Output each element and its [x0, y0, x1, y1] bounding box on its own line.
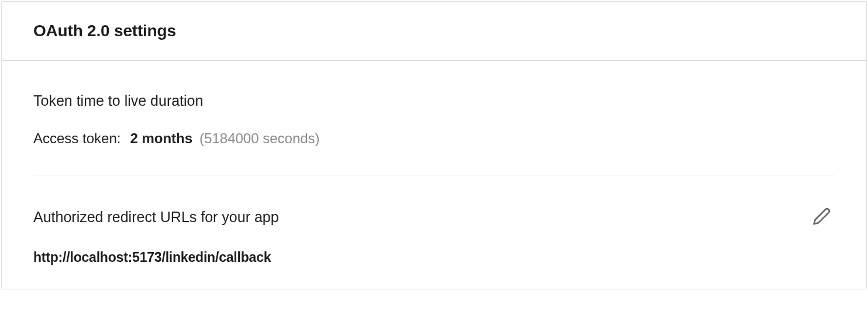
access-token-row: Access token: 2 months (5184000 seconds)	[33, 130, 835, 147]
access-token-value: 2 months	[130, 130, 192, 147]
token-ttl-section: Token time to live duration Access token…	[33, 92, 835, 147]
redirect-urls-heading: Authorized redirect URLs for your app	[33, 209, 279, 226]
redirect-urls-section: Authorized redirect URLs for your app ht…	[33, 203, 835, 265]
access-token-label: Access token:	[33, 130, 120, 147]
section-divider	[33, 175, 835, 175]
access-token-seconds: (5184000 seconds)	[199, 130, 319, 147]
token-ttl-heading: Token time to live duration	[33, 92, 835, 109]
edit-redirect-urls-button[interactable]	[809, 203, 835, 231]
oauth-settings-card: OAuth 2.0 settings Token time to live du…	[1, 1, 867, 289]
card-body: Token time to live duration Access token…	[2, 61, 866, 289]
redirect-url-item: http://localhost:5173/linkedin/callback	[33, 250, 835, 265]
card-header: OAuth 2.0 settings	[2, 2, 866, 61]
redirect-header-row: Authorized redirect URLs for your app	[33, 203, 835, 231]
pencil-icon	[812, 207, 831, 227]
card-title: OAuth 2.0 settings	[33, 22, 835, 40]
